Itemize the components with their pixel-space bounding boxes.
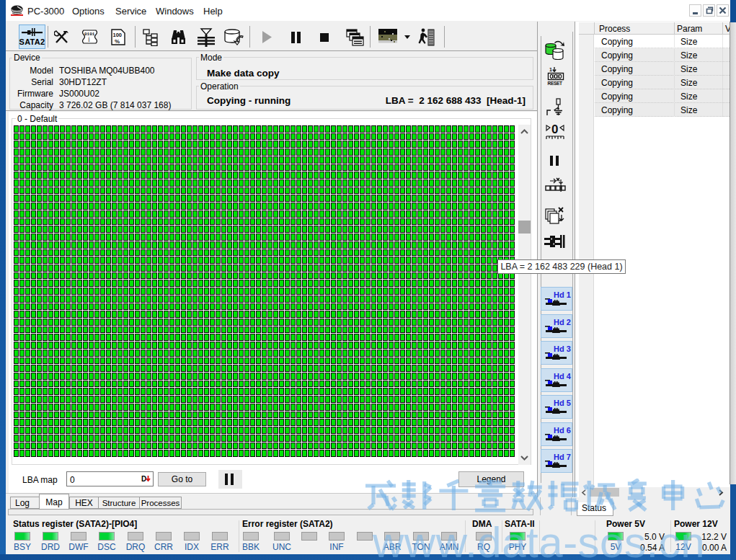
svg-text:0: 0: [551, 123, 558, 136]
svg-text:RESET: RESET: [548, 81, 563, 86]
svg-text:%: %: [115, 38, 120, 45]
svg-text:D: D: [141, 475, 146, 483]
svg-text:i: i: [88, 35, 90, 43]
svg-text:1: 1: [549, 67, 552, 72]
